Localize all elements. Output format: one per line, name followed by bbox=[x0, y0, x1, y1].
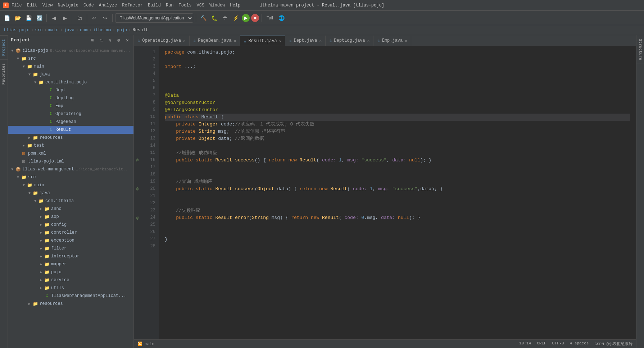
tree-pom[interactable]: 🗎 pom.xml bbox=[8, 150, 133, 157]
tree-operatelog[interactable]: C OperateLog bbox=[8, 110, 133, 118]
gutter-16-arrow[interactable]: @ bbox=[134, 157, 141, 164]
tab-close-dept[interactable]: ✕ bbox=[319, 38, 322, 43]
tree-main-2[interactable]: ▼ 📁 main bbox=[8, 181, 133, 189]
tree-app-class[interactable]: C TliasWebManagementApplicat... bbox=[8, 292, 133, 300]
sync-button[interactable]: 🔄 bbox=[35, 13, 44, 23]
tab-close-emp[interactable]: ✕ bbox=[405, 38, 407, 43]
bc-com[interactable]: com bbox=[80, 28, 88, 33]
menu-navigate[interactable]: Navigate bbox=[58, 3, 78, 8]
tail-button[interactable]: Tail bbox=[264, 13, 275, 23]
back-button[interactable]: ◀ bbox=[49, 13, 59, 23]
coverage-button[interactable]: ☂ bbox=[220, 13, 230, 23]
tab-operatelog[interactable]: ☕ OperateLog.java ✕ bbox=[134, 36, 190, 46]
collapse-all-icon[interactable]: ⇆ bbox=[107, 37, 113, 44]
tree-emp[interactable]: C Emp bbox=[8, 102, 133, 110]
tree-deptlog[interactable]: C DeptLog bbox=[8, 94, 133, 102]
tree-resources-2[interactable]: ▶ 📁 resources bbox=[8, 300, 133, 308]
menu-vcs[interactable]: VCS bbox=[197, 3, 205, 8]
redo-button[interactable]: ↪ bbox=[100, 13, 110, 23]
tree-anno[interactable]: ▶ 📁 anno bbox=[8, 205, 133, 213]
run-button[interactable]: ▶ bbox=[242, 14, 250, 22]
tree-test[interactable]: ▶ 📁 test bbox=[8, 142, 133, 150]
tree-main-1[interactable]: ▼ 📁 main bbox=[8, 63, 133, 70]
expand-all-icon[interactable]: ⇅ bbox=[98, 37, 105, 44]
forward-button[interactable]: ▶ bbox=[60, 13, 69, 23]
tab-pagebean[interactable]: ☕ PageBean.java ✕ bbox=[190, 36, 240, 46]
tree-src-1[interactable]: ▼ 📁 src bbox=[8, 55, 133, 63]
menu-edit[interactable]: Edit bbox=[27, 3, 37, 8]
menu-run[interactable]: Run bbox=[166, 3, 174, 8]
profile-button[interactable]: ⚡ bbox=[231, 13, 240, 23]
menu-refactor[interactable]: Refactor bbox=[122, 3, 143, 8]
translate-button[interactable]: 🌐 bbox=[277, 13, 286, 23]
menu-build[interactable]: Build bbox=[148, 3, 161, 8]
project-panel-tab[interactable]: Project bbox=[0, 35, 8, 59]
tab-result[interactable]: ☕ Result.java ✕ bbox=[240, 36, 285, 46]
menu-help[interactable]: Help bbox=[230, 3, 240, 8]
menu-code[interactable]: Code bbox=[83, 3, 94, 8]
tree-resources-1[interactable]: ▶ 📁 resources bbox=[8, 134, 133, 142]
structure-panel-tab[interactable]: Structure bbox=[636, 35, 644, 64]
menu-bar[interactable]: File Edit View Navigate Code Analyze Ref… bbox=[12, 3, 240, 8]
menu-window[interactable]: Window bbox=[209, 3, 225, 8]
tree-exception[interactable]: ▶ 📁 exception bbox=[8, 237, 133, 244]
tree-pagebean[interactable]: C PageBean bbox=[8, 118, 133, 126]
tree-interceptor[interactable]: ▶ 📁 interceptor bbox=[8, 252, 133, 260]
code-editor[interactable]: package com.itheima.pojo; import ...; @D… bbox=[159, 46, 636, 339]
tab-close-result[interactable]: ✕ bbox=[279, 39, 282, 44]
bc-java[interactable]: java bbox=[64, 28, 74, 33]
tree-config[interactable]: ▶ 📁 config bbox=[8, 221, 133, 229]
menu-analyze[interactable]: Analyze bbox=[99, 3, 117, 8]
tree-label: tlias-pojo.iml bbox=[28, 159, 64, 164]
tree-src-2[interactable]: ▼ 📁 src bbox=[8, 173, 133, 181]
tree-java-1[interactable]: ▼ 📁 java bbox=[8, 70, 133, 78]
stop-button[interactable]: ■ bbox=[251, 14, 259, 22]
bc-src[interactable]: src bbox=[35, 28, 43, 33]
bc-itheima[interactable]: itheima bbox=[93, 28, 111, 33]
tab-emp[interactable]: ☕ Emp.java ✕ bbox=[373, 36, 411, 46]
tree-label: Result bbox=[55, 127, 71, 132]
favorites-panel-tab[interactable]: Favorites bbox=[0, 59, 8, 88]
close-panel-icon[interactable]: ✕ bbox=[124, 37, 131, 44]
tree-result[interactable]: C Result bbox=[8, 126, 133, 134]
menu-view[interactable]: View bbox=[42, 3, 53, 8]
tree-com-itheima[interactable]: ▼ 📁 com.itheima bbox=[8, 197, 133, 205]
bc-root[interactable]: tlias-pojo bbox=[4, 28, 30, 33]
settings-icon[interactable]: ⚙ bbox=[115, 37, 122, 44]
menu-tools[interactable]: Tools bbox=[179, 3, 192, 8]
recent-files-button[interactable]: 🗂 bbox=[75, 13, 84, 23]
tab-close-pagebean[interactable]: ✕ bbox=[234, 38, 236, 43]
bc-main[interactable]: main bbox=[48, 28, 59, 33]
tree-service[interactable]: ▶ 📁 service bbox=[8, 276, 133, 284]
tab-deptlog[interactable]: ☕ DeptLog.java ✕ bbox=[326, 36, 373, 46]
menu-file[interactable]: File bbox=[12, 3, 22, 8]
build-project-button[interactable]: 🔨 bbox=[199, 13, 208, 23]
tree-utils[interactable]: ▶ 📁 utils bbox=[8, 284, 133, 292]
tree-aop[interactable]: ▶ 📁 aop bbox=[8, 213, 133, 221]
tree-mapper[interactable]: ▶ 📁 mapper bbox=[8, 260, 133, 268]
tree-com-itheima-pojo[interactable]: ▼ 📁 com.itheima.pojo bbox=[8, 78, 133, 86]
gutter-20-arrow[interactable]: @ bbox=[134, 186, 141, 193]
tab-close-operatelog[interactable]: ✕ bbox=[183, 38, 186, 43]
bc-pojo[interactable]: pojo bbox=[117, 28, 127, 33]
tree-filter[interactable]: ▶ 📁 filter bbox=[8, 244, 133, 252]
scope-icon[interactable]: ⊞ bbox=[90, 37, 96, 44]
tree-controller[interactable]: ▶ 📁 controller bbox=[8, 229, 133, 237]
tab-close-deptlog[interactable]: ✕ bbox=[367, 38, 370, 43]
tab-dept[interactable]: ☕ Dept.java ✕ bbox=[285, 36, 326, 46]
run-config-dropdown[interactable]: TliasWebManagementApplication bbox=[115, 13, 193, 23]
tree-iml[interactable]: 🗎 tlias-pojo.iml bbox=[8, 157, 133, 165]
tree-dept[interactable]: C Dept bbox=[8, 86, 133, 94]
tree-java-2[interactable]: ▼ 📁 java bbox=[8, 189, 133, 197]
open-button[interactable]: 📂 bbox=[13, 13, 22, 23]
app-icon: I bbox=[3, 3, 9, 8]
undo-button[interactable]: ↩ bbox=[90, 13, 99, 23]
save-button[interactable]: 💾 bbox=[24, 13, 33, 23]
tree-pojo-2[interactable]: ▶ 📁 pojo bbox=[8, 268, 133, 276]
new-file-button[interactable]: 📄 bbox=[2, 13, 12, 23]
gutter-24-arrow[interactable]: @ bbox=[134, 214, 141, 221]
run-debug-button[interactable]: 🐛 bbox=[209, 13, 219, 23]
gutter-18 bbox=[134, 171, 141, 178]
tree-tlias-pojo[interactable]: ▼ 📦 tlias-pojo E:\idea_workspace\itheima… bbox=[8, 47, 133, 55]
tree-tlias-web[interactable]: ▼ 📦 tlias-web-management E:\idea_workspa… bbox=[8, 165, 133, 173]
